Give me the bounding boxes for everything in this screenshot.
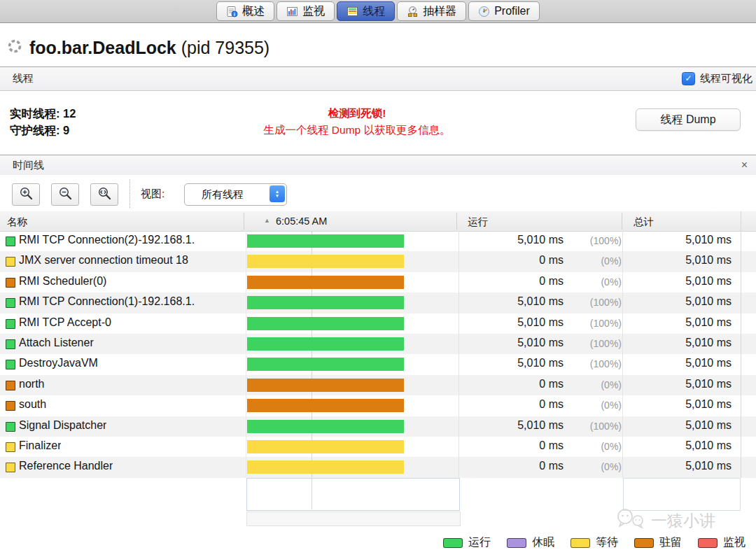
column-header-timeline[interactable]: 6:05:45 AM (276, 216, 327, 227)
column-header-running[interactable]: 运行 (468, 216, 488, 229)
tab-label: 抽样器 (423, 4, 456, 19)
thread-name: Signal Dispatcher (19, 419, 106, 432)
running-percent: (100%) (590, 338, 622, 349)
thread-name: JMX server connection timeout 18 (19, 254, 188, 267)
legend-item: 监视 (698, 535, 746, 550)
table-row[interactable]: south 0 ms (0%) 5,010 ms (0, 395, 756, 416)
thread-name: Finalizer (19, 439, 61, 452)
thread-name: RMI TCP Connection(1)-192.168.1. (19, 295, 195, 308)
tab-label: 监视 (302, 4, 325, 19)
thread-name: Reference Handler (19, 460, 113, 472)
total-time: 5,010 ms (685, 254, 732, 267)
tab-monitor[interactable]: 监视 (276, 1, 335, 21)
running-time: 5,010 ms (517, 234, 564, 246)
view-label: 视图: (141, 188, 164, 201)
daemon-threads-stat: 守护线程: 9 (10, 123, 69, 139)
column-header-total[interactable]: 总计 (634, 216, 654, 229)
table-row[interactable]: JMX server connection timeout 18 0 ms (0… (0, 251, 756, 272)
column-header-name[interactable]: 名称 (7, 216, 27, 229)
thread-table-body: RMI TCP Connection(2)-192.168.1. 5,010 m… (0, 231, 756, 478)
thread-timeline-bar (247, 337, 404, 351)
total-column-empty-area (623, 478, 741, 511)
thread-visualization-checkbox[interactable]: ✓ (682, 72, 695, 85)
deadlock-warning-detail: 生成一个线程 Dump 以获取更多信息。 (196, 123, 518, 138)
zoom-in-button[interactable] (12, 183, 40, 206)
running-time: 0 ms (539, 254, 564, 267)
table-row[interactable]: north 0 ms (0%) 5,010 ms (0, 375, 756, 395)
thread-name: Attach Listener (19, 337, 94, 349)
running-time: 0 ms (539, 439, 564, 452)
total-time: 5,010 ms (685, 337, 732, 349)
thread-timeline-bar (247, 358, 404, 371)
zoom-out-icon (58, 186, 73, 204)
total-time: 5,010 ms (685, 460, 732, 472)
thread-view-selected-value: 所有线程 (202, 188, 244, 202)
tab-overview[interactable]: 概述 (216, 1, 274, 21)
total-time: 5,010 ms (685, 378, 732, 390)
thread-timeline-bar (247, 399, 404, 412)
thread-timeline-bar (247, 440, 404, 453)
close-icon[interactable]: × (741, 160, 748, 171)
wechat-bubbles-icon (615, 508, 648, 533)
running-time: 5,010 ms (517, 357, 564, 369)
thread-dump-button[interactable]: 线程 Dump (636, 108, 741, 131)
table-row[interactable]: Attach Listener 5,010 ms (100%) 5,010 ms (0, 334, 756, 354)
thread-state-icon (6, 319, 15, 329)
monitor-icon (286, 6, 298, 17)
tab-sampler[interactable]: 抽样器 (397, 1, 466, 21)
header-divider (244, 213, 244, 230)
table-row[interactable]: RMI TCP Connection(2)-192.168.1. 5,010 m… (0, 231, 756, 251)
table-row[interactable]: DestroyJavaVM 5,010 ms (100%) 5,010 ms (0, 354, 756, 374)
running-time: 0 ms (539, 398, 564, 411)
legend-label: 运行 (468, 535, 491, 550)
running-percent: (100%) (590, 235, 622, 246)
thread-state-icon (6, 422, 15, 432)
running-percent: (100%) (590, 358, 622, 369)
running-time: 0 ms (539, 378, 564, 390)
running-time: 0 ms (539, 275, 564, 288)
thread-name: south (19, 398, 46, 411)
thread-state-icon (6, 257, 15, 267)
thread-timeline-bar (247, 234, 404, 248)
thread-table-header: 名称 ▲ 6:05:45 AM 运行 总计 (0, 211, 756, 232)
total-time: 5,010 ms (685, 398, 732, 411)
timeline-section-title: 时间线 (13, 159, 44, 172)
tab-profiler[interactable]: Profiler (468, 1, 540, 21)
legend-swatch (570, 538, 590, 548)
thread-view-select[interactable]: 所有线程 ▲▼ (184, 183, 287, 206)
thread-state-legend: 运行 休眠 等待 驻留 监视 (443, 535, 746, 550)
deadlock-warning-title: 检测到死锁! (196, 106, 518, 121)
timeline-scrollbar[interactable] (246, 512, 461, 526)
thread-timeline-bar (247, 276, 404, 289)
table-row[interactable]: RMI Scheduler(0) 0 ms (0%) 5,010 ms (0, 272, 756, 292)
legend-item: 休眠 (507, 535, 554, 550)
thread-name: RMI Scheduler(0) (19, 275, 106, 288)
legend-label: 等待 (596, 535, 618, 550)
running-percent: (0%) (601, 441, 622, 452)
total-time: 5,010 ms (685, 234, 732, 246)
thread-name: DestroyJavaVM (19, 357, 98, 369)
zoom-fit-button[interactable] (90, 183, 118, 206)
table-row[interactable]: Finalizer 0 ms (0%) 5,010 ms (0, 437, 756, 457)
dropdown-stepper-icon: ▲▼ (270, 185, 285, 202)
table-row[interactable]: Reference Handler 0 ms (0%) 5,010 ms (0, 457, 756, 477)
table-row[interactable]: RMI TCP Accept-0 5,010 ms (100%) 5,010 m… (0, 313, 756, 334)
total-time: 5,010 ms (685, 357, 732, 369)
thread-timeline-bar (247, 420, 404, 433)
running-percent: (0%) (601, 400, 622, 411)
running-percent: (0%) (601, 276, 622, 288)
threads-section-header: 线程 ✓ 线程可视化 (0, 66, 756, 91)
timeline-toolbar: 视图: 所有线程 ▲▼ (0, 175, 756, 212)
thread-name: RMI TCP Accept-0 (19, 316, 111, 329)
running-percent: (0%) (601, 461, 622, 472)
application-header: foo.bar.DeadLock (pid 79355) (7, 34, 270, 62)
legend-swatch (443, 538, 463, 548)
thread-state-icon (6, 401, 15, 411)
tab-threads[interactable]: 线程 (337, 1, 395, 21)
header-divider (622, 213, 622, 230)
table-row[interactable]: Signal Dispatcher 5,010 ms (100%) 5,010 … (0, 416, 756, 437)
thread-timeline-bar (247, 460, 404, 474)
overview-icon (226, 6, 238, 17)
table-row[interactable]: RMI TCP Connection(1)-192.168.1. 5,010 m… (0, 292, 756, 313)
zoom-out-button[interactable] (51, 183, 79, 206)
